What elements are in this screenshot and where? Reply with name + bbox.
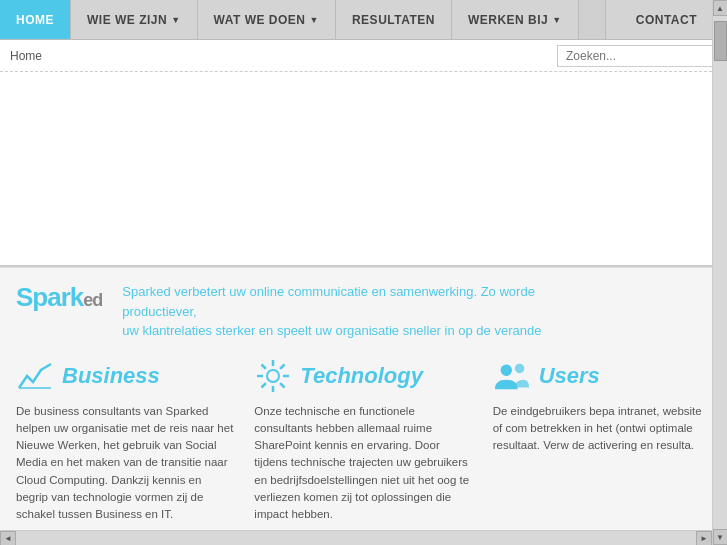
tagline-line1: Sparked verbetert uw online communicatie… [122, 282, 711, 302]
search-input[interactable] [557, 45, 717, 67]
nav-item-wie-we-zijn[interactable]: WIE WE ZIJN [71, 0, 198, 39]
users-icon [493, 357, 531, 395]
scroll-track [713, 16, 727, 529]
business-text: De business consultants van Sparked help… [16, 403, 234, 524]
scroll-thumb[interactable] [714, 21, 727, 61]
logo-spark: Spark [16, 282, 83, 312]
nav-item-contact[interactable]: CONTACT [605, 0, 727, 39]
business-icon [16, 357, 54, 395]
column-users: Users De eindgebruikers bepa intranet, w… [493, 357, 711, 524]
nav-item-werken-bij[interactable]: WERKEN BIJ [452, 0, 579, 39]
tagline-line3: uw klantrelaties sterker en speelt uw or… [122, 321, 711, 341]
sparked-header: Sparked Sparked verbetert uw online comm… [16, 282, 711, 341]
svg-line-8 [280, 364, 284, 368]
svg-line-6 [262, 364, 266, 368]
vertical-scrollbar: ▲ ▼ [712, 0, 727, 545]
business-header: Business [16, 357, 234, 395]
business-title: Business [62, 363, 160, 389]
hero-area [0, 72, 727, 267]
logo-ed: ed [83, 290, 102, 310]
sparked-logo: Sparked [16, 282, 102, 313]
scroll-up-button[interactable]: ▲ [713, 0, 728, 16]
column-technology: Technology Onze technische en functionel… [254, 357, 492, 524]
navigation: HOME WIE WE ZIJN WAT WE DOEN RESULTATEN … [0, 0, 727, 40]
svg-point-11 [515, 363, 525, 373]
svg-point-10 [500, 364, 511, 375]
svg-line-9 [262, 383, 266, 387]
technology-title: Technology [300, 363, 423, 389]
technology-icon [254, 357, 292, 395]
scroll-right-button[interactable]: ► [696, 531, 712, 546]
svg-point-1 [267, 370, 279, 382]
breadcrumb: Home [10, 49, 42, 63]
nav-item-home[interactable]: HOME [0, 0, 71, 39]
technology-header: Technology [254, 357, 472, 395]
sparked-tagline: Sparked verbetert uw online communicatie… [122, 282, 711, 341]
svg-line-7 [280, 383, 284, 387]
scroll-down-button[interactable]: ▼ [713, 529, 728, 545]
users-text: De eindgebruikers bepa intranet, website… [493, 403, 711, 455]
top-bar: Home [0, 40, 727, 72]
feature-columns: Business De business consultants van Spa… [16, 357, 711, 524]
tagline-line2: productiever, [122, 302, 711, 322]
users-title: Users [539, 363, 600, 389]
nav-item-resultaten[interactable]: RESULTATEN [336, 0, 452, 39]
bottom-section: Sparked Sparked verbetert uw online comm… [0, 267, 727, 533]
nav-item-wat-we-doen[interactable]: WAT WE DOEN [198, 0, 336, 39]
scroll-h-track [16, 531, 696, 545]
horizontal-scrollbar: ◄ ► [0, 530, 712, 545]
users-header: Users [493, 357, 711, 395]
scroll-left-button[interactable]: ◄ [0, 531, 16, 546]
sparked-logo-text: Sparked [16, 282, 102, 313]
column-business: Business De business consultants van Spa… [16, 357, 254, 524]
technology-text: Onze technische en functionele consultan… [254, 403, 472, 524]
